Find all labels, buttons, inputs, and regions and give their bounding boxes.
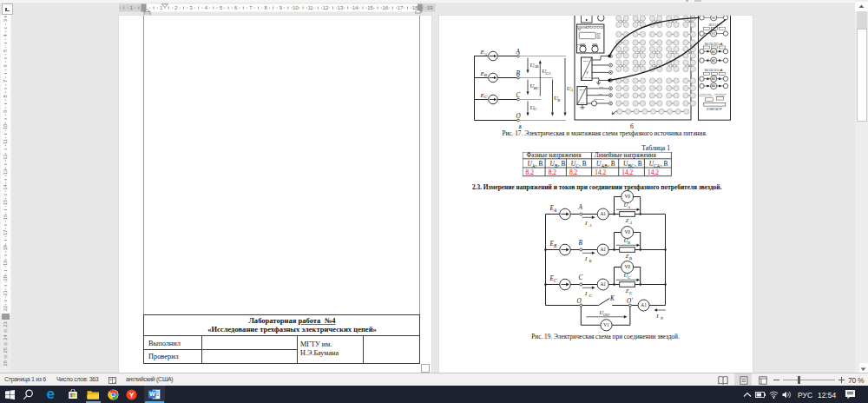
- svg-text:300 150 50 5 мА: 300 150 50 5 мА: [705, 69, 723, 72]
- svg-text:10: 10: [3, 123, 8, 129]
- svg-text:14,2: 14,2: [621, 168, 633, 176]
- svg-text:V0: V0: [712, 17, 715, 20]
- svg-text:14: 14: [3, 183, 8, 189]
- svg-text:O′: O′: [627, 298, 633, 305]
- svg-text:A1: A1: [712, 50, 715, 54]
- svg-text:25: 25: [3, 347, 8, 353]
- svg-text:5: 5: [3, 50, 8, 52]
- svg-text:A2: A2: [712, 59, 715, 63]
- svg-text:В: В: [629, 256, 632, 261]
- svg-text:ОО′: ОО′: [603, 313, 611, 317]
- svg-text:, В: , В: [558, 160, 566, 168]
- svg-text:V1: V1: [603, 322, 609, 327]
- svg-text:а: а: [519, 122, 523, 129]
- svg-text:С: С: [629, 291, 633, 295]
- svg-text:12: 12: [3, 154, 8, 159]
- svg-text:8,2: 8,2: [525, 168, 534, 176]
- svg-text:А: А: [628, 221, 632, 225]
- svg-text:Z: Z: [626, 287, 629, 294]
- svg-text:, В: , В: [579, 160, 587, 168]
- svg-text:15: 15: [3, 200, 8, 205]
- svg-text:С: С: [534, 107, 537, 111]
- svg-text:13: 13: [3, 169, 8, 175]
- svg-text:V0: V0: [624, 229, 630, 235]
- svg-text:I: I: [584, 255, 588, 261]
- svg-text:14: 14: [352, 5, 358, 10]
- svg-text:, В: , В: [661, 160, 668, 168]
- svg-text:17: 17: [3, 230, 8, 235]
- svg-text:3x9 В: 3x9 В: [585, 76, 591, 79]
- svg-text:С: С: [554, 278, 557, 283]
- svg-text:~220 В СЕТЬ: ~220 В СЕТЬ: [593, 98, 605, 100]
- svg-text:11: 11: [307, 5, 312, 10]
- svg-text:, В: , В: [535, 160, 542, 168]
- svg-text:15: 15: [367, 5, 372, 10]
- svg-text:Z: Z: [626, 217, 629, 223]
- svg-text:40 В: 40 В: [598, 93, 602, 95]
- svg-text:8: 8: [264, 5, 266, 10]
- svg-text:2: 2: [174, 5, 177, 10]
- svg-text:C: C: [484, 95, 488, 99]
- svg-text:Y: Y: [129, 391, 135, 400]
- svg-text:18: 18: [3, 245, 8, 250]
- svg-text:I: I: [584, 220, 588, 226]
- svg-text:O: O: [516, 113, 522, 120]
- svg-text:ВС: ВС: [534, 86, 540, 90]
- svg-text:Фазные напряжения: Фазные напряжения: [526, 152, 582, 159]
- svg-text:, В: , В: [608, 160, 615, 168]
- svg-text:А1: А1: [600, 247, 606, 252]
- svg-text:W: W: [149, 392, 155, 398]
- svg-text:3: 3: [3, 19, 8, 22]
- svg-text:23: 23: [3, 321, 8, 327]
- svg-text:1: 1: [129, 5, 132, 10]
- svg-text:16: 16: [382, 5, 387, 10]
- svg-text:~220 В: ~220 В: [578, 89, 585, 91]
- svg-text:А1: А1: [641, 302, 647, 307]
- svg-text:НАПРЯЖЕН.: НАПРЯЖЕН.: [715, 95, 727, 96]
- svg-text:А1: А1: [600, 211, 606, 216]
- svg-text:I: I: [584, 290, 588, 296]
- svg-text:16: 16: [3, 215, 8, 220]
- svg-text:В: В: [554, 243, 557, 248]
- svg-text:12: 12: [322, 5, 327, 10]
- svg-text:N: N: [660, 316, 664, 320]
- svg-text:20: 20: [3, 275, 8, 281]
- svg-text:КОММУТАТОР: КОММУТАТОР: [707, 108, 722, 111]
- svg-text:5: 5: [219, 5, 221, 10]
- svg-text:9: 9: [3, 110, 8, 113]
- svg-text:7: 7: [3, 80, 8, 83]
- svg-text:A: A: [483, 52, 488, 56]
- svg-text:С: С: [579, 274, 583, 281]
- svg-text:17: 17: [397, 5, 402, 10]
- svg-text:б: б: [630, 122, 634, 129]
- svg-text:B: B: [484, 73, 487, 77]
- svg-text:АВ: АВ: [533, 64, 539, 69]
- svg-text:6: 6: [234, 5, 237, 10]
- svg-text:А: А: [578, 204, 583, 211]
- svg-text:А1: А1: [600, 281, 606, 287]
- svg-text:19: 19: [427, 5, 432, 10]
- svg-text:7: 7: [249, 5, 252, 10]
- svg-text:10: 10: [293, 5, 298, 10]
- svg-text:ПЕРЕМЕННОГО: ПЕРЕМЕННОГО: [699, 95, 713, 96]
- svg-text:11: 11: [3, 139, 8, 144]
- svg-text:24: 24: [3, 334, 8, 340]
- svg-text:А: А: [569, 88, 573, 92]
- svg-text:14,2: 14,2: [648, 168, 659, 176]
- svg-text:14,2: 14,2: [595, 168, 606, 176]
- svg-text:C: C: [516, 92, 521, 99]
- svg-text:8,2: 8,2: [569, 168, 578, 176]
- svg-text:19: 19: [3, 260, 8, 265]
- svg-text:СА: СА: [546, 71, 551, 76]
- svg-text:6: 6: [3, 64, 8, 67]
- svg-text:I: I: [655, 313, 659, 319]
- svg-text:А: А: [588, 223, 591, 228]
- svg-text:K: K: [609, 295, 615, 302]
- svg-text:1: 1: [160, 5, 162, 10]
- svg-text:СА: СА: [654, 162, 660, 168]
- svg-text:Линейные напряжения: Линейные напряжения: [595, 152, 657, 159]
- svg-text:9: 9: [279, 5, 281, 10]
- svg-text:300 150 20 5 мА: 300 150 20 5 мА: [705, 43, 723, 46]
- svg-text:В: В: [557, 98, 560, 102]
- svg-text:8: 8: [3, 95, 8, 97]
